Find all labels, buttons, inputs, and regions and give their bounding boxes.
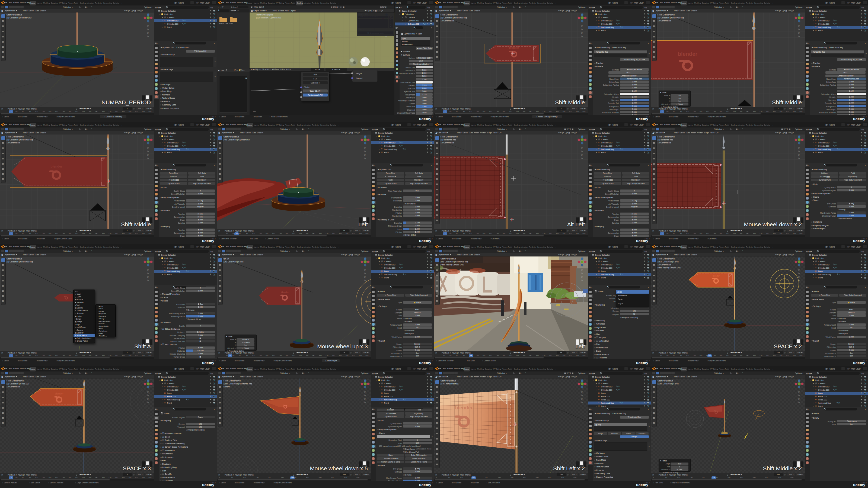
svg-text:blender: blender xyxy=(51,165,62,168)
svg-text:blender: blender xyxy=(713,275,720,277)
svg-text:blender: blender xyxy=(509,46,519,50)
svg-text:blender: blender xyxy=(678,51,698,57)
svg-text:blender: blender xyxy=(281,291,289,293)
svg-text:blender: blender xyxy=(55,392,64,395)
svg-text:blender: blender xyxy=(455,405,472,411)
